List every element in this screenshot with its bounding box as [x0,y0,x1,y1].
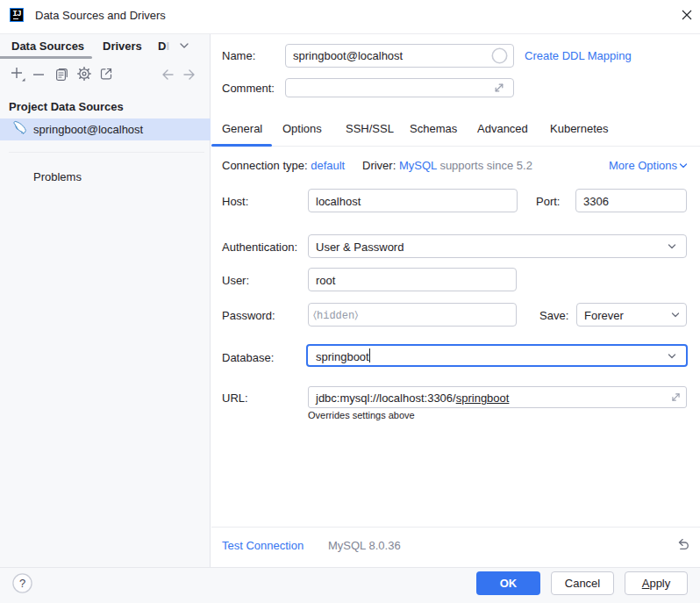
svg-text:?: ? [19,577,25,590]
